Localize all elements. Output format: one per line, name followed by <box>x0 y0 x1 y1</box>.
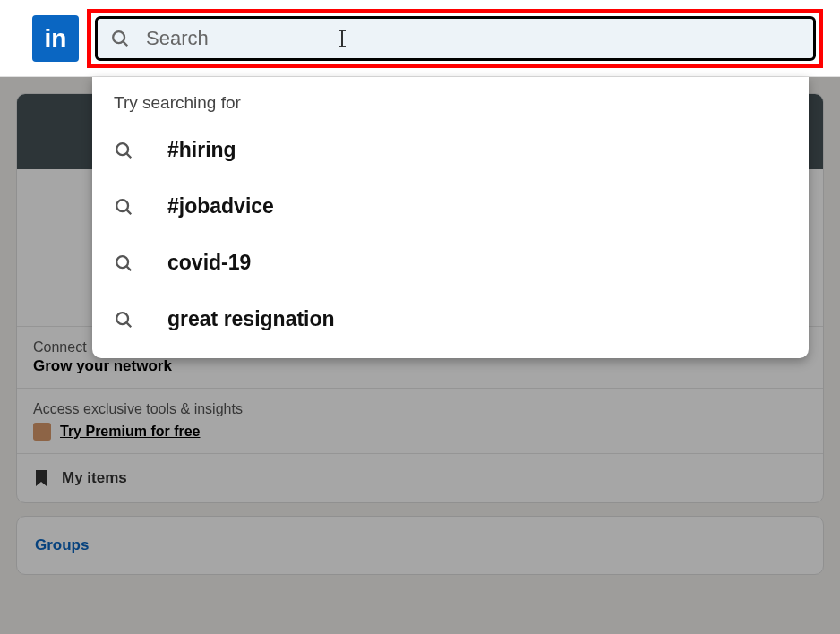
suggestion-item[interactable]: #jobadvice <box>92 178 809 235</box>
svg-line-5 <box>127 210 132 214</box>
top-bar: in <box>0 0 840 77</box>
search-icon <box>110 29 130 48</box>
svg-point-6 <box>116 256 128 268</box>
search-icon <box>114 310 133 330</box>
suggestion-text: great resignation <box>167 307 335 331</box>
suggestion-item[interactable]: great resignation <box>92 291 809 347</box>
suggestion-item[interactable]: #hiring <box>92 122 809 178</box>
suggestions-title: Try searching for <box>92 77 809 122</box>
search-icon <box>114 253 133 273</box>
search-icon <box>114 197 133 217</box>
search-suggestions-dropdown: Try searching for #hiring #jobadvice cov… <box>92 77 809 358</box>
svg-line-9 <box>127 322 132 327</box>
search-input[interactable] <box>146 27 801 50</box>
svg-point-2 <box>116 143 128 155</box>
suggestion-text: #jobadvice <box>167 194 274 218</box>
linkedin-logo[interactable]: in <box>32 15 79 62</box>
svg-point-8 <box>116 313 128 324</box>
search-bar[interactable] <box>95 16 816 61</box>
search-icon <box>114 141 133 160</box>
linkedin-logo-text: in <box>45 24 67 53</box>
svg-line-1 <box>124 42 128 47</box>
svg-line-7 <box>127 266 132 270</box>
svg-point-4 <box>116 200 128 211</box>
svg-point-0 <box>113 31 124 43</box>
suggestion-text: covid-19 <box>167 251 251 275</box>
suggestion-text: #hiring <box>167 138 236 162</box>
suggestion-item[interactable]: covid-19 <box>92 235 809 291</box>
svg-line-3 <box>127 153 132 158</box>
